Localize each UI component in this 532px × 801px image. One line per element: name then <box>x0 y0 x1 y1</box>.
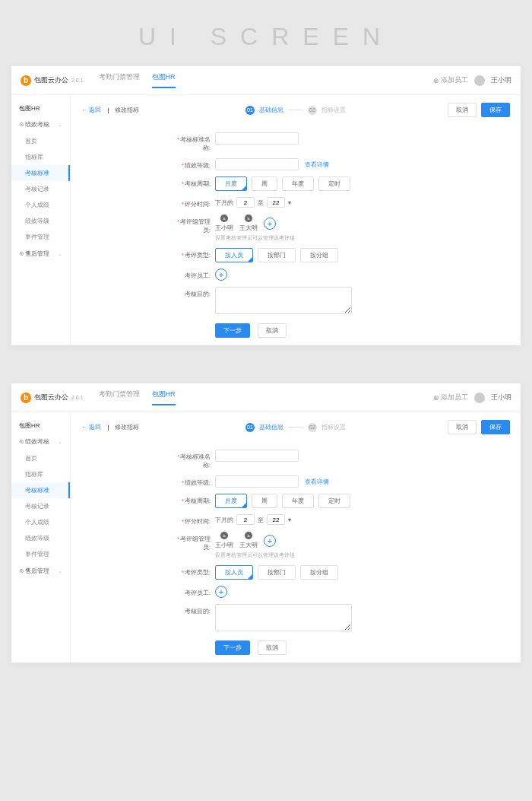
page-title: UI SCREEN <box>0 0 532 66</box>
date-to-input[interactable] <box>267 514 285 525</box>
step-1-num: 01 <box>245 423 255 432</box>
sidebar-item[interactable]: 指标库 <box>11 466 70 482</box>
top-bar: b 包图云办公 2.0.1 考勤门禁管理包图HR ⊕添加员工 王小明 <box>11 66 521 95</box>
level-select[interactable] <box>215 158 299 170</box>
chevron-down-icon: ⌄ <box>58 568 62 574</box>
type-tab[interactable]: 按分组 <box>300 248 338 262</box>
type-tabs: 按人员按部门按分组 <box>215 565 510 580</box>
view-detail-link[interactable]: 查看详情 <box>305 478 329 485</box>
type-tab[interactable]: 按人员 <box>215 565 253 580</box>
avatar[interactable] <box>474 393 485 403</box>
add-staff-button[interactable]: + <box>215 269 227 281</box>
sidebar-item[interactable]: 考核标准 <box>11 482 70 498</box>
sidebar-title: 包图HR <box>11 418 70 433</box>
cancel-button[interactable]: 取消 <box>448 103 477 117</box>
logo-text: 包图云办公 <box>34 393 68 402</box>
back-link[interactable]: ← 返回 <box>81 106 101 114</box>
sidebar-item[interactable]: 个人成绩 <box>11 514 70 530</box>
avatar[interactable] <box>474 75 485 86</box>
scope-tab[interactable]: 年度 <box>282 176 314 191</box>
cancel-button[interactable]: 取消 <box>448 420 477 434</box>
date-mid: 至 <box>258 516 264 524</box>
sidebar-item[interactable]: 事件管理 <box>11 546 70 562</box>
name-input[interactable] <box>215 450 299 462</box>
remove-person-icon[interactable]: × <box>245 532 252 539</box>
save-button[interactable]: 保存 <box>481 103 510 117</box>
remove-person-icon[interactable]: × <box>245 215 252 222</box>
scope-tab[interactable]: 月度 <box>215 494 247 508</box>
sidebar-item[interactable]: 事件管理 <box>11 229 70 245</box>
sidebar-item[interactable]: 个人成绩 <box>11 197 70 213</box>
type-tab[interactable]: 按部门 <box>258 565 296 580</box>
scope-tab[interactable]: 月度 <box>215 176 247 191</box>
scope-tab[interactable]: 周 <box>252 176 277 191</box>
manager-hint: 设置考核管理员可以管理该考评组 <box>215 551 510 559</box>
remove-person-icon[interactable]: × <box>220 532 228 539</box>
sidebar-section-performance[interactable]: ⊙ 绩效考核⌄ <box>11 116 70 133</box>
purpose-label: 考核目的: <box>173 604 211 615</box>
sidebar-section-performance[interactable]: ⊙ 绩效考核⌄ <box>11 433 70 450</box>
top-tab[interactable]: 考勤门禁管理 <box>99 72 140 88</box>
main-area: 包图HR ⊙ 绩效考核⌄ 首页指标库考核标准考核记录个人成绩绩效等级事件管理 ⊙… <box>11 412 521 663</box>
save-button[interactable]: 保存 <box>481 420 510 434</box>
top-tab[interactable]: 考勤门禁管理 <box>99 389 140 405</box>
name-input[interactable] <box>215 132 299 145</box>
staff-label: 考评员工: <box>173 586 211 597</box>
sidebar-item[interactable]: 绩效等级 <box>11 213 70 229</box>
app-window-1: b 包图云办公 2.0.1 考勤门禁管理包图HR ⊕添加员工 王小明 包图HR … <box>11 66 521 345</box>
divider: | <box>107 424 109 431</box>
scope-tab[interactable]: 定时 <box>318 494 350 508</box>
manager-hint: 设置考核管理员可以管理该考评组 <box>215 234 510 242</box>
form-cancel-button[interactable]: 取消 <box>258 640 287 655</box>
top-tab[interactable]: 包图HR <box>152 72 176 88</box>
step-line <box>288 110 303 110</box>
purpose-textarea[interactable] <box>215 287 352 314</box>
sidebar-item[interactable]: 绩效等级 <box>11 530 70 546</box>
purpose-textarea[interactable] <box>215 604 352 631</box>
sidebar-item[interactable]: 考核记录 <box>11 181 70 197</box>
sidebar-item[interactable]: 考核记录 <box>11 498 70 514</box>
logo-area: b 包图云办公 2.0.1 <box>21 393 84 403</box>
type-tab[interactable]: 按人员 <box>215 248 253 262</box>
level-select[interactable] <box>215 475 299 488</box>
add-employee-button[interactable]: ⊕添加员工 <box>433 75 468 85</box>
sidebar-item[interactable]: 首页 <box>11 450 70 466</box>
top-bar: b 包图云办公 2.0.1 考勤门禁管理包图HR ⊕添加员工 王小明 <box>11 383 521 412</box>
scope-tab[interactable]: 周 <box>252 494 277 508</box>
sidebar-section-aftersale[interactable]: ⊙ 售后管理⌄ <box>11 245 70 262</box>
add-staff-button[interactable]: + <box>215 586 227 598</box>
date-from-input[interactable] <box>236 514 255 525</box>
scope-label: 考核周期: <box>173 176 211 188</box>
date-from-input[interactable] <box>236 197 255 208</box>
add-manager-button[interactable]: + <box>264 218 276 230</box>
scope-tabs: 月度周年度定时 <box>215 176 510 191</box>
scope-tab[interactable]: 定时 <box>318 176 350 191</box>
type-tab[interactable]: 按部门 <box>258 248 296 262</box>
step-2-label: 指标设置 <box>321 423 346 431</box>
sidebar-item[interactable]: 首页 <box>11 133 70 149</box>
next-button[interactable]: 下一步 <box>215 640 250 655</box>
add-employee-button[interactable]: ⊕添加员工 <box>433 393 468 402</box>
back-link[interactable]: ← 返回 <box>81 423 101 431</box>
user-name: 王小明 <box>491 393 511 402</box>
scope-tab[interactable]: 年度 <box>282 494 314 508</box>
step-1-label: 基础信息 <box>259 423 283 431</box>
form: 考核标准名称: 绩效等级:查看详情 考核周期:月度周年度定时 评分时间:下月的至… <box>81 450 510 655</box>
date-row: 下月的至▾ <box>215 197 510 208</box>
type-tab[interactable]: 按分组 <box>300 565 338 580</box>
view-detail-link[interactable]: 查看详情 <box>305 161 329 168</box>
remove-person-icon[interactable]: × <box>220 215 228 222</box>
sidebar-item[interactable]: 考核标准 <box>11 165 70 181</box>
sidebar-section-aftersale[interactable]: ⊙ 售后管理⌄ <box>11 562 70 580</box>
top-tab[interactable]: 包图HR <box>152 389 176 405</box>
sidebar-item[interactable]: 指标库 <box>11 149 70 165</box>
form-actions: 下一步 取消 <box>215 640 510 655</box>
logo-icon: b <box>21 75 31 86</box>
level-label: 绩效等级: <box>173 475 211 487</box>
type-tabs: 按人员按部门按分组 <box>215 248 510 262</box>
form-cancel-button[interactable]: 取消 <box>258 323 287 338</box>
add-manager-button[interactable]: + <box>264 535 276 547</box>
next-button[interactable]: 下一步 <box>215 323 250 338</box>
date-to-input[interactable] <box>267 197 285 208</box>
person-name: 王小明 <box>215 224 233 232</box>
